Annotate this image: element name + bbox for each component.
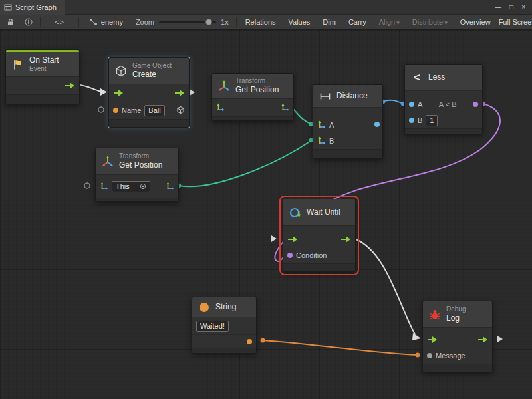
node-title: Less [428, 72, 445, 82]
node-create[interactable]: Game ObjectCreate Name Ball [108, 57, 190, 128]
unconnected-port-icon[interactable] [84, 183, 90, 188]
string-icon [198, 301, 211, 313]
node-distance[interactable]: Distance A B [313, 84, 383, 159]
port-label: B [418, 116, 422, 124]
close-button[interactable]: × [521, 3, 525, 11]
flag-icon [11, 58, 25, 71]
overview-button[interactable]: Overview [456, 16, 495, 28]
name-field[interactable]: Ball [144, 105, 164, 116]
carry-button[interactable]: Carry [344, 16, 370, 28]
graph-toolbar: <> enemy Zoom 1x Relations Values Dim Ca… [0, 15, 532, 30]
node-get-position-b[interactable]: TransformGet Position This [95, 148, 179, 202]
b-value-field[interactable]: 1 [426, 115, 438, 126]
wire-getposition-to-distance-a[interactable] [291, 107, 311, 124]
object-picker-icon [140, 183, 146, 190]
wait-clock-icon [289, 206, 302, 219]
node-string[interactable]: String Waited! [192, 297, 257, 354]
transform-icon [217, 80, 231, 93]
zoom-slider-knob[interactable] [205, 19, 212, 25]
toolbar-separator [236, 17, 237, 27]
node-header: Distance [313, 85, 382, 108]
wire-getposition-to-distance-b[interactable] [179, 141, 311, 186]
vector-port-icon[interactable] [317, 136, 326, 146]
code-view-icon[interactable]: <> [45, 18, 74, 26]
node-footer [96, 198, 178, 201]
transform-input-port[interactable] [100, 182, 108, 192]
name-input-port[interactable] [113, 108, 118, 113]
node-title: Create [132, 70, 172, 79]
wire-string-to-log[interactable] [263, 340, 418, 355]
port-label: A [418, 100, 422, 108]
node-footer [313, 149, 382, 158]
position-output-port[interactable] [166, 182, 174, 192]
transform-input-port[interactable] [216, 103, 225, 113]
node-footer [405, 128, 482, 134]
node-less[interactable]: < Less A A < B B 1 [404, 64, 483, 134]
wire-distance-to-less[interactable] [383, 100, 403, 104]
flow-output-port[interactable] [477, 336, 488, 343]
distance-output-port[interactable] [374, 122, 380, 127]
a-input-port[interactable] [409, 102, 414, 107]
node-footer [283, 263, 355, 271]
bug-icon [428, 308, 442, 321]
node-category: Debug [446, 305, 466, 313]
flow-input-port[interactable] [113, 90, 124, 96]
node-wait-until[interactable]: Wait Until Condition [283, 199, 356, 272]
node-header: DebugLog [423, 301, 492, 328]
node-header: TransformGet Position [212, 74, 293, 99]
flow-output-port[interactable] [65, 82, 75, 89]
node-footer [192, 348, 256, 353]
node-footer [423, 364, 492, 372]
flow-input-port[interactable] [427, 336, 438, 343]
node-on-start[interactable]: On StartEvent [5, 49, 80, 104]
graph-asset-icon [89, 18, 98, 26]
relations-button[interactable]: Relations [241, 16, 280, 28]
flow-input-port[interactable] [287, 236, 298, 243]
node-debug-log[interactable]: DebugLog Message [422, 301, 493, 372]
condition-input-port[interactable] [287, 253, 293, 258]
values-button[interactable]: Values [285, 16, 315, 28]
flow-output-port[interactable] [340, 236, 351, 243]
dim-button[interactable]: Dim [319, 16, 340, 28]
graph-canvas[interactable]: On StartEvent Game ObjectCreate Name Bal… [0, 30, 532, 399]
info-icon[interactable] [22, 18, 35, 26]
wire-onstart-to-create[interactable] [78, 85, 101, 92]
result-output-port[interactable] [473, 102, 478, 107]
port-label: Message [436, 352, 466, 360]
node-footer [6, 94, 79, 104]
flow-output-port[interactable] [174, 90, 185, 96]
string-value-field[interactable]: Waited! [196, 321, 229, 332]
node-header: TransformGet Position [96, 148, 178, 175]
string-output-port[interactable] [247, 339, 252, 344]
minimize-button[interactable]: — [495, 3, 501, 11]
distribute-button[interactable]: Distribute▾ [408, 16, 452, 28]
tab-script-graph[interactable]: Script Graph [0, 0, 65, 15]
fullscreen-button[interactable]: Full Screen [495, 16, 532, 28]
node-title: Get Position [235, 85, 279, 94]
node-category: Game Object [132, 62, 172, 70]
tab-title: Script Graph [15, 3, 57, 11]
target-dropdown[interactable]: This [112, 181, 150, 192]
message-input-port[interactable] [427, 353, 432, 358]
node-get-position-a[interactable]: TransformGet Position [211, 73, 294, 121]
vector-port-icon[interactable] [317, 120, 326, 130]
lock-icon[interactable] [4, 18, 17, 26]
node-title: Wait Until [307, 207, 340, 217]
maximize-button[interactable]: □ [509, 3, 513, 11]
gameobject-output-port[interactable] [176, 106, 185, 116]
graph-owner[interactable]: enemy [84, 18, 128, 26]
unconnected-port-icon[interactable] [98, 107, 104, 112]
node-title: Distance [336, 91, 368, 100]
zoom-label: Zoom [136, 18, 154, 26]
zoom-slider[interactable] [159, 21, 216, 23]
wire-waituntil-to-log[interactable] [354, 239, 415, 334]
b-input-port[interactable] [409, 118, 414, 123]
position-output-port[interactable] [281, 103, 289, 113]
output-label: A < B [439, 100, 457, 108]
node-header: < Less [405, 65, 482, 91]
align-button[interactable]: Align▾ [375, 16, 404, 28]
node-header: String [192, 297, 256, 317]
wire-arrowhead-icon [412, 333, 421, 340]
chevron-down-icon: ▾ [396, 19, 400, 26]
wire-end-dot [416, 353, 420, 358]
